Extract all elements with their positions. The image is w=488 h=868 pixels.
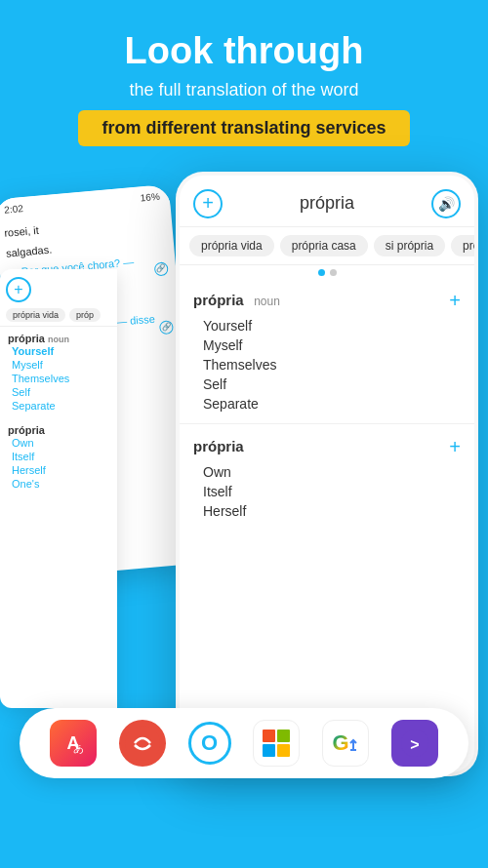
link-icon-2: 🔗	[159, 320, 174, 335]
main-chip-1[interactable]: própria vida	[189, 235, 274, 256]
service-google-icon[interactable]: G	[322, 720, 369, 767]
left-meaning-herself: Herself	[8, 463, 109, 477]
left-add-button[interactable]: +	[6, 277, 31, 302]
left-meaning-self: Self	[8, 385, 109, 399]
left-meaning-separate: Separate	[8, 399, 109, 413]
svg-point-3	[125, 726, 160, 761]
phones-area: 2:02 16% rosei, it salgadas. — Por que v…	[0, 172, 488, 796]
left-dict-word-2: própria	[8, 424, 109, 436]
left-meaning-itself: Itself	[8, 450, 109, 463]
entry-1-word: própria noun	[193, 292, 280, 309]
meaning-herself: Herself	[203, 501, 461, 521]
dict-header: + própria 🔊	[180, 176, 474, 227]
meaning-themselves: Themselves	[203, 355, 461, 375]
meaning-self: Self	[203, 375, 461, 394]
o-label: O	[201, 730, 218, 756]
left-panel: + própria vida próp própria noun Yoursel…	[0, 269, 117, 708]
entry-1-meanings: Yourself Myself Themselves Self Separate	[180, 316, 474, 419]
left-chip-2[interactable]: próp	[69, 308, 101, 322]
left-chip-1[interactable]: própria vida	[6, 308, 65, 322]
google-arrow	[347, 738, 359, 752]
back-time: 2:02	[4, 203, 23, 216]
entry-2-meanings: Own Itself Herself	[180, 462, 474, 527]
entry-1-plus[interactable]: +	[449, 290, 461, 312]
left-dict-section-2: própria Own Itself Herself One's	[0, 418, 117, 496]
meaning-separate: Separate	[203, 394, 461, 414]
service-o-icon[interactable]: O	[188, 722, 231, 765]
left-meaning-ones: One's	[8, 477, 109, 491]
left-meaning-themselves: Themselves	[8, 372, 109, 385]
svg-text:あ: あ	[74, 742, 85, 754]
meaning-itself: Itself	[203, 482, 461, 501]
dots-indicator	[180, 265, 474, 278]
translate-svg: A あ	[58, 728, 89, 759]
left-dict-word-1: própria noun	[8, 333, 109, 344]
main-chip-2[interactable]: própria casa	[280, 235, 368, 256]
win-red	[263, 730, 275, 742]
left-meaning-yourself: Yourself	[8, 344, 109, 358]
left-meaning-own: Own	[8, 436, 109, 450]
left-panel-top: + própria vida próp	[0, 269, 117, 327]
meaning-yourself: Yourself	[203, 316, 461, 335]
left-dict-section-1: própria noun Yourself Myself Themselves …	[0, 327, 117, 418]
entry-2-header: própria +	[180, 428, 474, 462]
dict-word-title: própria	[300, 193, 354, 214]
service-translate-icon[interactable]: A あ	[50, 720, 97, 767]
meaning-myself: Myself	[203, 335, 461, 355]
dict-entries: própria noun + Yourself Myself Themselve…	[180, 278, 474, 772]
entry-1-header: própria noun +	[180, 282, 474, 316]
left-meaning-myself: Myself	[8, 358, 109, 372]
win-blue	[263, 744, 275, 757]
service-deepl-icon[interactable]: >	[391, 720, 438, 767]
entry-divider	[180, 423, 474, 424]
entry-2-plus[interactable]: +	[449, 436, 461, 458]
service-windows-icon[interactable]	[253, 720, 300, 767]
main-chip-4[interactable]: própria c	[451, 235, 474, 256]
deepl-svg: >	[401, 730, 428, 757]
dot-2	[330, 269, 337, 276]
main-phone: + própria 🔊 própria vida própria casa si…	[176, 172, 478, 776]
main-chip-3[interactable]: si própria	[374, 235, 445, 256]
main-phone-inner: + própria 🔊 própria vida própria casa si…	[180, 176, 474, 772]
reverso-svg	[125, 726, 160, 761]
link-icon-1: 🔗	[154, 261, 169, 276]
windows-grid	[263, 730, 290, 757]
top-section: Look through the full translation of the…	[0, 0, 488, 162]
subtitle: the full translation of the word	[20, 80, 468, 100]
win-green	[277, 730, 290, 742]
service-reverso-icon[interactable]	[119, 720, 166, 767]
left-chips-row: própria vida próp	[6, 308, 111, 322]
entry-2-word: própria	[193, 438, 244, 455]
main-title: Look through	[20, 31, 468, 72]
dict-add-button[interactable]: +	[193, 189, 223, 218]
win-yellow	[277, 744, 290, 757]
meaning-own: Own	[203, 462, 461, 482]
highlight-bar: from different translating services	[78, 110, 409, 146]
dict-sound-button[interactable]: 🔊	[431, 189, 461, 218]
back-battery: 16%	[140, 191, 160, 204]
services-bar: A あ O G	[20, 708, 468, 778]
dot-1	[318, 269, 325, 276]
svg-text:>: >	[410, 736, 419, 753]
dict-chips-row: própria vida própria casa si própria pró…	[180, 227, 474, 265]
